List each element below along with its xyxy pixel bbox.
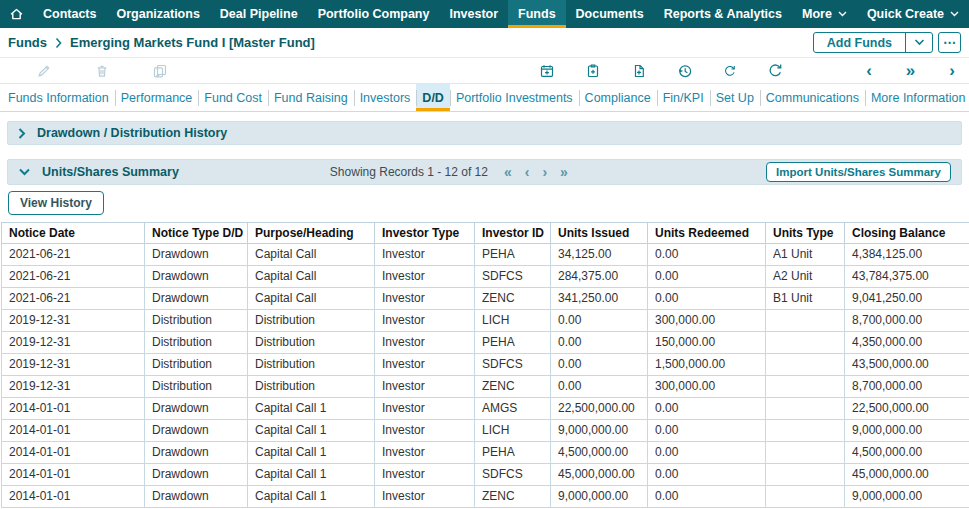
edit-icon[interactable] <box>36 63 52 79</box>
table-row[interactable]: 2014-01-01DrawdownCapital Call 1Investor… <box>2 486 969 508</box>
nav-item-organizations[interactable]: Organizations <box>106 0 209 28</box>
cell <box>766 420 845 442</box>
records-count-text: Showing Records 1 - 12 of 12 <box>330 165 488 179</box>
cell: 2019-12-31 <box>2 310 145 332</box>
add-funds-button[interactable]: Add Funds <box>814 33 905 52</box>
cell: Capital Call <box>248 288 375 310</box>
table-row[interactable]: 2014-01-01DrawdownCapital Call 1Investor… <box>2 420 969 442</box>
cell: 2014-01-01 <box>2 420 145 442</box>
cell <box>766 442 845 464</box>
table-row[interactable]: 2019-12-31DistributionDistributionInvest… <box>2 354 969 376</box>
cell: 2014-01-01 <box>2 398 145 420</box>
section-drawdown-distribution-history[interactable]: Drawdown / Distribution History <box>7 121 962 145</box>
home-button[interactable] <box>0 0 33 28</box>
cell: Investor <box>375 486 475 508</box>
tab-funds-information[interactable]: Funds Information <box>2 84 115 111</box>
tab-fin-kpi[interactable]: Fin/KPI <box>657 84 710 111</box>
nav-item-investor[interactable]: Investor <box>439 0 508 28</box>
cell: ZENC <box>475 376 551 398</box>
cell: 4,384,125.00 <box>845 244 969 266</box>
nav-item-portfolio-company[interactable]: Portfolio Company <box>308 0 440 28</box>
column-header-units-type[interactable]: Units Type <box>766 223 845 244</box>
nav-item-documents[interactable]: Documents <box>566 0 654 28</box>
column-header-purpose-heading[interactable]: Purpose/Heading <box>248 223 375 244</box>
tab-more-information[interactable]: More Information <box>865 84 969 111</box>
add-task-icon[interactable] <box>585 63 601 79</box>
nav-item-reports-analytics[interactable]: Reports & Analytics <box>654 0 792 28</box>
tab-communications[interactable]: Communications <box>760 84 865 111</box>
table-row[interactable]: 2021-06-21DrawdownCapital CallInvestorZE… <box>2 288 969 310</box>
tab-compliance[interactable]: Compliance <box>579 84 657 111</box>
sync-icon-small[interactable] <box>723 64 737 78</box>
cell: 45,000,000.00 <box>551 464 648 486</box>
nav-item-deal-pipeline[interactable]: Deal Pipeline <box>210 0 308 28</box>
column-header-investor-type[interactable]: Investor Type <box>375 223 475 244</box>
column-header-notice-date[interactable]: Notice Date <box>2 223 145 244</box>
table-row[interactable]: 2019-12-31DistributionDistributionInvest… <box>2 310 969 332</box>
previous-page-icon[interactable]: ‹ <box>525 165 530 179</box>
cell: Distribution <box>248 354 375 376</box>
next-page-icon[interactable]: › <box>542 165 547 179</box>
add-funds-dropdown-button[interactable] <box>905 33 932 52</box>
tab-fund-raising[interactable]: Fund Raising <box>268 84 354 111</box>
tab-performance[interactable]: Performance <box>115 84 199 111</box>
cell: 9,000,000.00 <box>845 486 969 508</box>
table-row[interactable]: 2014-01-01DrawdownCapital Call 1Investor… <box>2 398 969 420</box>
cell: Capital Call 1 <box>248 420 375 442</box>
column-header-units-redeemed[interactable]: Units Redeemed <box>648 223 766 244</box>
cell: 8,700,000.00 <box>845 376 969 398</box>
column-header-investor-id[interactable]: Investor ID <box>475 223 551 244</box>
import-units-shares-summary-button[interactable]: Import Units/Shares Summary <box>766 162 951 182</box>
column-header-units-issued[interactable]: Units Issued <box>551 223 648 244</box>
cell: 150,000.00 <box>648 332 766 354</box>
column-header-closing-balance[interactable]: Closing Balance <box>845 223 969 244</box>
nav-item-label: Investor <box>449 7 498 21</box>
table-header-row: Notice DateNotice Type D/DPurpose/Headin… <box>2 223 969 244</box>
cell: 0.00 <box>551 332 648 354</box>
cell: Drawdown <box>145 420 248 442</box>
cell: Investor <box>375 288 475 310</box>
more-actions-button[interactable]: ⋯ <box>938 32 961 53</box>
table-row[interactable]: 2014-01-01DrawdownCapital Call 1Investor… <box>2 464 969 486</box>
previous-record-icon[interactable]: ‹ <box>866 62 872 79</box>
table-row[interactable]: 2019-12-31DistributionDistributionInvest… <box>2 376 969 398</box>
delete-icon[interactable] <box>94 63 110 79</box>
add-event-icon[interactable] <box>539 63 555 79</box>
cell: 0.00 <box>648 486 766 508</box>
next-record-icon[interactable]: › <box>949 62 955 79</box>
view-history-button[interactable]: View History <box>8 191 104 215</box>
units-shares-table-wrap: Notice DateNotice Type D/DPurpose/Headin… <box>0 222 969 508</box>
breadcrumb-root[interactable]: Funds <box>8 35 47 50</box>
breadcrumb-chevron-icon <box>55 37 62 49</box>
tab-label: D/D <box>422 91 444 105</box>
cell: Investor <box>375 354 475 376</box>
tab-d-d[interactable]: D/D <box>416 84 450 111</box>
history-icon[interactable] <box>677 63 693 79</box>
chevron-down-icon[interactable] <box>18 168 31 176</box>
nav-item-funds[interactable]: Funds <box>508 0 566 28</box>
tab-set-up[interactable]: Set Up <box>710 84 760 111</box>
table-row[interactable]: 2014-01-01DrawdownCapital Call 1Investor… <box>2 442 969 464</box>
nav-item-label: Deal Pipeline <box>220 7 298 21</box>
copy-icon[interactable] <box>152 63 168 79</box>
section-units-shares-summary: Units/Shares Summary Showing Records 1 -… <box>7 159 962 185</box>
cell: 2019-12-31 <box>2 332 145 354</box>
table-row[interactable]: 2019-12-31DistributionDistributionInvest… <box>2 332 969 354</box>
tab-fund-cost[interactable]: Fund Cost <box>198 84 268 111</box>
nav-item-contacts[interactable]: Contacts <box>33 0 106 28</box>
nav-item-more[interactable]: More <box>792 0 857 28</box>
tab-label: Funds Information <box>8 91 109 105</box>
last-page-icon[interactable]: » <box>560 165 568 179</box>
cell: 300,000.00 <box>648 310 766 332</box>
skip-records-icon[interactable]: » <box>906 62 915 79</box>
add-document-icon[interactable] <box>631 63 647 79</box>
tab-portfolio-investments[interactable]: Portfolio Investments <box>450 84 579 111</box>
first-page-icon[interactable]: « <box>504 165 512 179</box>
tab-investors[interactable]: Investors <box>354 84 417 111</box>
column-header-notice-type-d-d[interactable]: Notice Type D/D <box>145 223 248 244</box>
nav-item-label: Reports & Analytics <box>664 7 782 21</box>
nav-item-quick-create[interactable]: Quick Create <box>857 0 969 28</box>
table-row[interactable]: 2021-06-21DrawdownCapital CallInvestorSD… <box>2 266 969 288</box>
table-row[interactable]: 2021-06-21DrawdownCapital CallInvestorPE… <box>2 244 969 266</box>
sync-icon[interactable] <box>767 62 784 79</box>
